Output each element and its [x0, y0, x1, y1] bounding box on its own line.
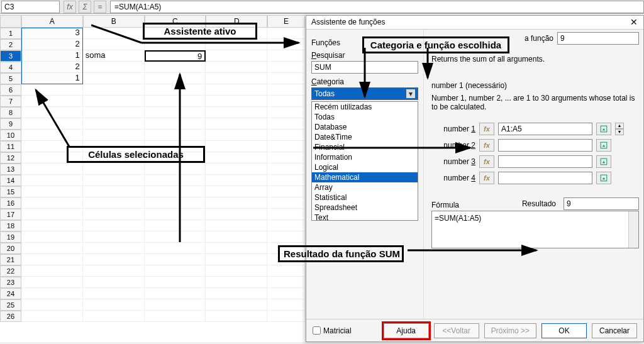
cell[interactable]: [145, 164, 206, 175]
cell[interactable]: [206, 28, 267, 39]
cell[interactable]: [267, 299, 305, 311]
cell[interactable]: [21, 220, 83, 231]
cell[interactable]: [206, 254, 267, 265]
fx-icon[interactable]: fx: [64, 1, 76, 13]
fx-icon[interactable]: fx: [479, 155, 494, 168]
cell[interactable]: [21, 164, 83, 175]
list-item[interactable]: Recém utilizadas: [312, 102, 418, 112]
cell[interactable]: 1: [21, 50, 83, 62]
cell[interactable]: [83, 288, 145, 299]
cell[interactable]: [83, 107, 145, 118]
cell[interactable]: [21, 243, 83, 254]
list-item[interactable]: Text: [312, 213, 418, 221]
cell[interactable]: [267, 288, 305, 299]
formula-input[interactable]: [110, 1, 644, 13]
cell[interactable]: [145, 220, 206, 231]
cell[interactable]: [145, 118, 206, 130]
cell[interactable]: [267, 152, 305, 164]
cell[interactable]: [145, 209, 206, 220]
fx-icon[interactable]: fx: [479, 172, 494, 184]
cell[interactable]: [83, 186, 145, 197]
cell[interactable]: [206, 197, 267, 209]
cell[interactable]: [267, 141, 305, 152]
list-item[interactable]: Information: [312, 152, 418, 162]
cell[interactable]: [83, 254, 145, 265]
cell[interactable]: [21, 84, 83, 96]
shrink-icon[interactable]: [596, 155, 611, 168]
row-header[interactable]: 12: [0, 152, 21, 164]
row-header[interactable]: 9: [0, 118, 21, 130]
cell[interactable]: [83, 73, 145, 84]
row-header[interactable]: 7: [0, 96, 21, 107]
search-input[interactable]: [311, 61, 418, 74]
list-item[interactable]: Mathematical: [312, 172, 418, 182]
cell[interactable]: [145, 231, 206, 243]
cell[interactable]: [206, 164, 267, 175]
cancel-button[interactable]: Cancelar: [592, 323, 637, 338]
row-header[interactable]: 25: [0, 299, 21, 311]
cell[interactable]: [83, 175, 145, 186]
cell[interactable]: [21, 254, 83, 265]
cell[interactable]: [267, 130, 305, 141]
list-item[interactable]: Financial: [312, 142, 418, 152]
ok-button[interactable]: OK: [541, 323, 587, 338]
col-header[interactable]: A: [21, 15, 83, 28]
arg-input[interactable]: [498, 172, 592, 184]
cell[interactable]: [267, 265, 305, 277]
formula-box[interactable]: =SUM(A1:A5): [431, 211, 639, 248]
cell[interactable]: [21, 231, 83, 243]
cell[interactable]: [206, 186, 267, 197]
cell[interactable]: [145, 288, 206, 299]
cell[interactable]: [21, 299, 83, 311]
row-header[interactable]: 6: [0, 84, 21, 96]
cell[interactable]: [83, 39, 145, 50]
cell[interactable]: 1: [21, 73, 83, 84]
cell[interactable]: [206, 73, 267, 84]
row-header[interactable]: 15: [0, 186, 21, 197]
row-header[interactable]: 2: [0, 39, 21, 50]
cell[interactable]: [145, 28, 206, 39]
cell[interactable]: [145, 197, 206, 209]
col-header[interactable]: C: [145, 15, 206, 28]
cell[interactable]: 2: [21, 39, 83, 50]
cell[interactable]: [267, 96, 305, 107]
cell[interactable]: [206, 84, 267, 96]
cell[interactable]: [83, 130, 145, 141]
cell[interactable]: [267, 62, 305, 73]
cell[interactable]: [21, 288, 83, 299]
cell[interactable]: [267, 107, 305, 118]
cell[interactable]: 2: [21, 62, 83, 73]
cell[interactable]: [83, 62, 145, 73]
list-item[interactable]: Statistical: [312, 192, 418, 203]
cell[interactable]: [21, 130, 83, 141]
cell[interactable]: 3: [21, 28, 83, 39]
cell[interactable]: [145, 311, 206, 322]
name-box[interactable]: [1, 1, 60, 13]
cell[interactable]: 9: [145, 50, 206, 62]
cell[interactable]: [145, 62, 206, 73]
cell[interactable]: [83, 299, 145, 311]
cell[interactable]: [21, 141, 83, 152]
shrink-icon[interactable]: [596, 139, 611, 152]
list-item[interactable]: Spreadsheet: [312, 203, 418, 213]
cell[interactable]: [145, 84, 206, 96]
cell[interactable]: [206, 288, 267, 299]
row-header[interactable]: 11: [0, 141, 21, 152]
fx-icon[interactable]: fx: [479, 139, 494, 152]
list-item[interactable]: Logical: [312, 162, 418, 172]
cell[interactable]: [21, 118, 83, 130]
cell[interactable]: [267, 39, 305, 50]
cell[interactable]: [21, 152, 83, 164]
cell[interactable]: [267, 84, 305, 96]
cell[interactable]: [206, 209, 267, 220]
scrollbar[interactable]: [628, 211, 638, 248]
spinner[interactable]: ▴▾: [615, 123, 624, 135]
arg-input[interactable]: [498, 139, 592, 152]
cell[interactable]: [206, 265, 267, 277]
cell[interactable]: [145, 254, 206, 265]
cell[interactable]: [145, 73, 206, 84]
cell[interactable]: [267, 254, 305, 265]
cell[interactable]: [206, 299, 267, 311]
sigma-icon[interactable]: Σ: [79, 1, 91, 13]
shrink-icon[interactable]: [596, 123, 611, 135]
